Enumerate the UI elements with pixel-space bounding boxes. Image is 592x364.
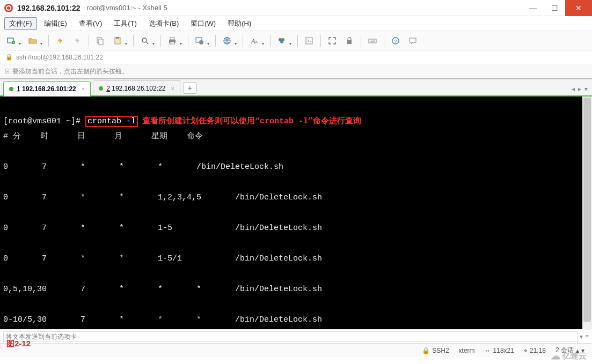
svg-point-6 [142, 38, 147, 42]
toolbar-separator [89, 35, 89, 47]
message-button[interactable] [406, 34, 420, 48]
paste-button[interactable] [111, 34, 125, 48]
annotation: 查看所创建计划任务则可以使用“crontab -l”命令进行查询 [142, 117, 361, 126]
svg-rect-19 [347, 40, 352, 44]
lock-button[interactable] [342, 34, 356, 48]
add-tab-button[interactable]: + [184, 82, 196, 94]
menu-edit[interactable]: 编辑(E) [39, 17, 72, 30]
maximize-button[interactable]: ☐ [544, 0, 565, 16]
minimize-button[interactable]: — [522, 0, 544, 16]
cron-line: 0 7 * * 1,2,3,4,5 /bin/DeleteLock.sh [3, 193, 322, 202]
help-button[interactable]: ? [389, 34, 403, 48]
status-proto: 🔒SSH2 [422, 347, 449, 354]
status-term: xterm [459, 347, 475, 354]
print-button[interactable] [165, 34, 179, 48]
find-button[interactable] [138, 34, 152, 48]
menu-tabs[interactable]: 选项卡(B) [144, 17, 184, 30]
tab-menu-icon[interactable]: ▾ [584, 85, 588, 93]
menu-view[interactable]: 查看(V) [74, 17, 107, 30]
address-bar: 🔒 ssh://root@192.168.26.101:22 [0, 50, 592, 64]
tab-nav: ◂ ▸ ▾ [572, 85, 592, 93]
toolbar-separator [160, 35, 161, 47]
svg-rect-20 [369, 39, 376, 43]
svg-rect-5 [116, 37, 119, 39]
status-bar: 🔒SSH2 xterm ↔118x21 ⌖21,18 2 会话▴▾ [0, 343, 592, 357]
toolbar-separator [48, 35, 49, 47]
hint-bar: ⎘ 要添加当前会话，点击左侧的箭头按钮。 [0, 64, 592, 79]
svg-text:A: A [255, 40, 258, 44]
app-icon [4, 4, 13, 12]
terminal-scrollbar[interactable] [582, 96, 592, 329]
send-dropdown-icon[interactable]: ▾ [580, 333, 583, 340]
toolbar-separator [243, 35, 243, 47]
close-tab-icon[interactable]: × [171, 85, 174, 92]
status-dot-icon [9, 87, 13, 91]
font-button[interactable]: AA [247, 34, 261, 48]
terminal[interactable]: [root@vms001 ~]# crontab -l查看所创建计划任务则可以使… [0, 96, 592, 329]
tab-prev-icon[interactable]: ◂ [572, 85, 575, 93]
svg-text:?: ? [394, 39, 397, 44]
status-size: ↔118x21 [485, 347, 514, 354]
menu-window[interactable]: 窗口(W) [186, 17, 221, 30]
menubar: 文件(F) 编辑(E) 查看(V) 工具(T) 选项卡(B) 窗口(W) 帮助(… [0, 16, 592, 31]
cron-line: 0 7 * * 1-5/1 /bin/DeleteLock.sh [3, 254, 322, 263]
fullscreen-button[interactable] [325, 34, 339, 48]
svg-point-17 [280, 40, 283, 43]
disconnect-button[interactable] [70, 34, 84, 48]
prompt: [root@vms001 ~]# [3, 117, 81, 126]
scrollbar-thumb[interactable] [583, 98, 591, 322]
status-dot-icon [99, 86, 103, 91]
title-subtitle: root@vms001:~ - Xshell 5 [87, 4, 167, 12]
toolbar: AA ? [0, 31, 592, 50]
cron-line: 0,5,10,30 7 * * * /bin/DeleteLock.sh [3, 285, 322, 294]
toolbar-separator [188, 35, 188, 47]
title-host: 192.168.26.101:22 [17, 4, 81, 12]
copy-button[interactable] [93, 34, 107, 48]
menu-file[interactable]: 文件(F) [4, 17, 37, 30]
status-pos: ⌖21,18 [524, 347, 546, 354]
web-button[interactable] [220, 34, 234, 48]
cloud-icon: ☁ [551, 350, 560, 362]
properties-button[interactable] [193, 34, 207, 48]
hint-text: 要添加当前会话，点击左侧的箭头按钮。 [12, 67, 128, 76]
session-tabstrip: 1 192.168.26.101:22 × 2 192.168.26.102:2… [0, 79, 592, 96]
menu-help[interactable]: 帮助(H) [223, 17, 256, 30]
cron-line: 0 7 * * * /bin/DeleteLock.sh [3, 162, 283, 172]
address-text[interactable]: ssh://root@192.168.26.101:22 [16, 54, 103, 61]
reconnect-button[interactable] [53, 34, 67, 48]
script-button[interactable] [302, 34, 316, 48]
keyboard-button[interactable] [366, 34, 379, 48]
cron-line: 0 7 * * 1-5 /bin/DeleteLock.sh [3, 224, 322, 233]
toolbar-separator [215, 35, 216, 47]
toolbar-separator [297, 35, 298, 47]
toolbar-separator [270, 35, 271, 47]
open-button[interactable] [26, 34, 40, 48]
toolbar-separator [133, 35, 134, 47]
cron-header: # 分 时 日 月 星期 命令 [3, 132, 203, 141]
toolbar-separator [384, 35, 384, 47]
svg-rect-8 [170, 38, 174, 40]
close-button[interactable]: ✕ [565, 0, 592, 16]
titlebar: 192.168.26.101:22 root@vms001:~ - Xshell… [0, 0, 592, 16]
toolbar-separator [320, 35, 321, 47]
cron-line: 0-10/5,30 7 * * * /bin/DeleteLock.sh [3, 315, 322, 324]
toolbar-separator [361, 35, 361, 47]
arrow-icon[interactable]: ⎘ [5, 68, 9, 75]
svg-rect-9 [170, 42, 174, 44]
session-tab-2[interactable]: 2 192.168.26.102:22 × [93, 80, 180, 95]
close-tab-icon[interactable]: × [82, 86, 85, 92]
send-input[interactable] [3, 331, 578, 342]
svg-point-11 [199, 40, 203, 44]
send-menu-icon[interactable]: ≡ [585, 333, 589, 340]
command-highlight: crontab -l [85, 116, 138, 127]
svg-rect-3 [99, 39, 103, 44]
watermark: ☁ 亿速云 [551, 350, 587, 362]
send-bar: 图2-12 ▾ ≡ [0, 329, 592, 343]
lock-icon: 🔒 [5, 54, 13, 61]
figure-label: 图2-12 [6, 339, 31, 349]
new-session-button[interactable] [4, 34, 18, 48]
tab-next-icon[interactable]: ▸ [578, 85, 581, 93]
color-button[interactable] [275, 34, 289, 48]
session-tab-1[interactable]: 1 192.168.26.101:22 × [3, 81, 91, 96]
menu-tools[interactable]: 工具(T) [109, 17, 142, 30]
